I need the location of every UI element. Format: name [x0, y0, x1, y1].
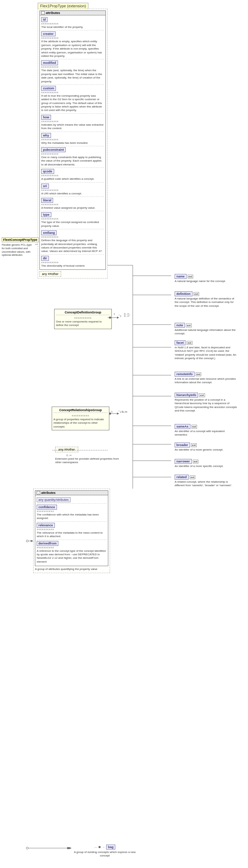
mult-def-left: 1 [114, 312, 115, 316]
attr-type: type xxxxxxxxxx The type of the concept … [41, 212, 104, 228]
mult-rel-right: 0..∞ [122, 410, 127, 413]
attr-modified: modified xxxxxxxxxx The date (and, optio… [41, 60, 104, 83]
section2-container: - attributes any quantityAttributes conf… [33, 489, 110, 573]
attr-custom: custom xxxxxxxxxx If set to true the cor… [41, 86, 104, 112]
flext-prop-type-container: - attributes id xxxxxxxxxx The local ide… [38, 9, 108, 279]
fold-icon[interactable]: - [41, 11, 45, 15]
svg-text:1: 1 [120, 314, 122, 318]
attr-list-2: any quantityAttributes confidence xxxxxx… [35, 495, 108, 566]
svg-marker-16 [117, 413, 119, 415]
attributes-box-2: - attributes any quantityAttributes conf… [35, 490, 108, 566]
svg-marker-24 [31, 540, 33, 542]
element-narrower: narrower ext An identifier of a more spe… [175, 459, 243, 468]
element-definition: definition ext A natural language defini… [175, 291, 243, 308]
attr-qcode: qcode xxxxxxxxxx A qualified code which … [41, 169, 104, 181]
attr-dir: dir xxxxxxxxxx The directionality of tex… [41, 256, 104, 268]
fold-icon-2[interactable]: - [37, 491, 40, 495]
svg-point-26 [26, 847, 28, 849]
attr-how: how xxxxxxxxxx Indicates by which means … [41, 115, 104, 131]
element-remoteinfo: remoteInfo ext A link to an external web… [175, 372, 243, 385]
attr-confidence: confidence xxxxxxxxxx The confidence wit… [37, 505, 107, 520]
attributes-box: - attributes id xxxxxxxxxx The local ide… [39, 10, 106, 270]
flext-concept-label: FlextConceptPropType Flexible generic PC… [2, 237, 35, 257]
attr-derivedfrom: derivedfrom xxxxxxxxxx A reference to th… [37, 541, 107, 564]
attr-creator: creator xxxxxxxxxx If the attribute is e… [41, 31, 104, 58]
any-other-box: any ##other [39, 271, 61, 277]
attr-literal: literal xxxxxxxxxx A freetext value assi… [41, 198, 104, 210]
attr-relevance: relevance xxxxxxxxxx The relevance of th… [37, 523, 107, 539]
element-related: related ext A related concept, where the… [175, 475, 243, 488]
attributes-header: - attributes [40, 11, 105, 15]
svg-marker-9 [117, 317, 119, 319]
element-hierarchyinfo: hierarchyInfo ext Represents the positio… [175, 393, 243, 413]
attr-uri: uri xxxxxxxxxx A URI which identifies a … [41, 184, 104, 195]
attributes-header-2: - attributes [35, 491, 108, 495]
element-broader: broader ext An identifier of a more gene… [175, 443, 243, 452]
bag-element-container: --- → bag A group of existing concepts w… [70, 845, 140, 858]
attr-pubconstraint: pubconstraint xxxxxxxxxx One or many con… [41, 147, 104, 166]
element-name: name ext A natural language name for the… [175, 274, 243, 283]
any-other-row: any ##other [39, 271, 106, 277]
element-facet: facet ext In NsM 1.8 and later, facet is… [175, 340, 243, 361]
any-other-bottom-box: any ##other [55, 447, 78, 452]
element-sameas: sameAs ext An identifier of a concept wi… [175, 424, 243, 437]
concept-relationships-group: ConceptRelationshipsGroup xxxxxxxxxx A g… [52, 407, 109, 430]
mult-def-right: 0..∞ [124, 312, 129, 316]
bag-box: bag [106, 845, 115, 850]
any-other-bottom-desc: Extension point for provider-defined pro… [55, 457, 125, 465]
svg-point-27 [67, 847, 69, 849]
any-other-mult: 0..∞ [66, 454, 72, 457]
attr-why: why xxxxxxxxxx Why the metadata has been… [41, 133, 104, 145]
attr-xmllang: xmllang xxxxxxxxxx Defines the language … [41, 230, 104, 253]
connector-dot [99, 846, 101, 848]
concept-definition-group: ConceptDefinitionGroup xxxxxxxxxx One or… [54, 309, 112, 329]
element-note: note ext Additional natural language inf… [175, 323, 243, 336]
attr-quantity: any quantityAttributes [37, 497, 107, 502]
diagram-title: Flex1PropType (extension) [38, 3, 88, 9]
attr-id: id xxxxxxxxxx The local identifier of th… [41, 17, 104, 29]
mult-rel-left: 1 [111, 410, 112, 413]
svg-point-23 [26, 540, 28, 542]
attribute-list: id xxxxxxxxxx The local identifier of th… [40, 15, 105, 269]
